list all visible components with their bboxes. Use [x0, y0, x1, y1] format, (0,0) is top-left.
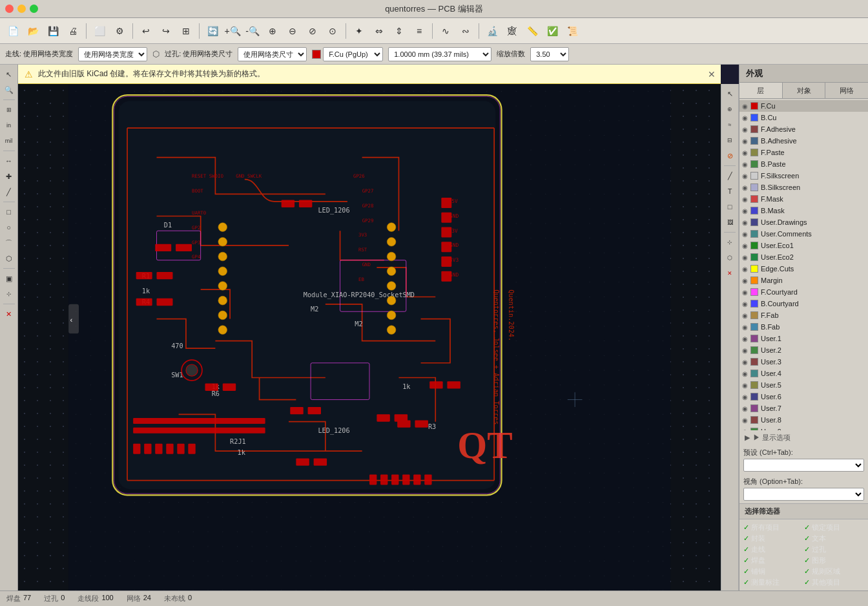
layer-item-user-drawings[interactable]: ◉ User.Drawings [739, 216, 868, 228]
preset-select[interactable] [743, 459, 864, 472]
layer-item-f-cu[interactable]: ◉ F.Cu [739, 100, 868, 112]
rt-delete[interactable]: ✕ [723, 266, 737, 280]
layer-item-user-4[interactable]: ◉ User.4 [739, 368, 868, 379]
rect-tool[interactable]: □ [2, 205, 16, 219]
layer-item-user-eco2[interactable]: ◉ User.Eco2 [739, 251, 868, 263]
mirror-button[interactable]: ⇔ [370, 22, 388, 40]
view-select[interactable] [743, 488, 864, 501]
track-select[interactable]: 使用网络类宽度 [78, 47, 147, 61]
via-tool[interactable]: mil [2, 134, 16, 148]
plot-button[interactable]: ⬜ [90, 22, 108, 40]
zoom-area-button[interactable]: ⊕ [264, 22, 282, 40]
layer-item-edge-cuts[interactable]: ◉ Edge.Cuts [739, 263, 868, 275]
undo-button[interactable]: ↩ [137, 22, 155, 40]
layer-item-user-3[interactable]: ◉ User.3 [739, 356, 868, 368]
add-component-tool[interactable]: ⊞ [2, 103, 16, 117]
layer-item-f-fab[interactable]: ◉ F.Fab [739, 309, 868, 321]
filter-item-1[interactable]: ✓ 锁定项目 [804, 522, 865, 533]
filter-item-9[interactable]: ✓ 规则区域 [804, 566, 865, 577]
flip-button[interactable]: ⇕ [390, 22, 408, 40]
layer-item-user-1[interactable]: ◉ User.1 [739, 333, 868, 344]
layer-item-user-comments[interactable]: ◉ User.Comments [739, 228, 868, 240]
layer-item-margin[interactable]: ◉ Margin [739, 275, 868, 286]
filter-item-4[interactable]: ✓ 走线 [743, 544, 804, 555]
select-tool[interactable]: ↖ [2, 67, 16, 81]
align-button[interactable]: ≡ [410, 22, 428, 40]
refresh-button[interactable]: 🔄 [203, 22, 222, 40]
filter-item-6[interactable]: ✓ 焊盘 [743, 555, 804, 566]
layer-item-f-courtyard[interactable]: ◉ F.Courtyard [739, 286, 868, 298]
rt-text[interactable]: T [723, 184, 737, 198]
poly-tool[interactable]: ⬡ [2, 251, 16, 266]
tab-layers[interactable]: 层 [739, 83, 783, 98]
inspector-button[interactable]: 🔬 [483, 22, 501, 40]
rt-line[interactable]: ╱ [723, 169, 737, 183]
layer-item-user-8[interactable]: ◉ User.8 [739, 414, 868, 426]
layer-item-b-silkscreen[interactable]: ◉ B.Silkscreen [739, 182, 868, 193]
close-button[interactable] [5, 5, 14, 13]
maximize-button[interactable] [30, 5, 38, 13]
arc-tool[interactable]: ⌒ [2, 236, 16, 250]
rt-hide[interactable]: ⊘ [723, 149, 737, 163]
zoom-out-button[interactable]: -🔍 [243, 22, 262, 40]
display-options-toggle[interactable]: ▶ ▶ 显示选项 [739, 430, 868, 445]
layer-item-user-9[interactable]: ◉ User.9 [739, 426, 868, 430]
rt-nethl[interactable]: ≈ [723, 118, 737, 132]
grid-tool[interactable]: ⊹ [2, 287, 16, 301]
layer-item-b-cu[interactable]: ◉ B.Cu [739, 112, 868, 123]
clearance-button[interactable]: 📏 [523, 22, 541, 40]
layer-dropdown[interactable]: F.Cu (PgUp) B.Cu (PgDn) [323, 47, 383, 61]
layer-item-user-6[interactable]: ◉ User.6 [739, 391, 868, 402]
filter-item-3[interactable]: ✓ 文本 [804, 533, 865, 544]
layer-item-f-adhesive[interactable]: ◉ F.Adhesive [739, 123, 868, 135]
width-select[interactable]: 1.0000 mm (39.37 mils) [388, 47, 491, 61]
layer-item-b-mask[interactable]: ◉ B.Mask [739, 205, 868, 216]
tab-objects[interactable]: 对象 [783, 83, 826, 98]
scripting-button[interactable]: 📜 [563, 22, 581, 40]
rt-3d[interactable]: ⬡ [723, 251, 737, 265]
pcb-canvas[interactable]: Module_XIAO-RP2040_SocketSMD M2 M2 D1 R1… [18, 84, 721, 590]
print-button[interactable]: 🖨 [64, 22, 82, 40]
layer-item-user-5[interactable]: ◉ User.5 [739, 379, 868, 391]
text-tool[interactable]: ✚ [2, 169, 16, 183]
rt-img[interactable]: 🖼 [723, 215, 737, 229]
zoom-prev-button[interactable]: ⊘ [304, 22, 322, 40]
net-inspect-button[interactable]: 🕸 [503, 22, 521, 40]
route-single-button[interactable]: ∿ [437, 22, 455, 40]
layer-item-user-2[interactable]: ◉ User.2 [739, 344, 868, 356]
layer-item-f-paste[interactable]: ◉ F.Paste [739, 147, 868, 158]
layer-item-f-mask[interactable]: ◉ F.Mask [739, 193, 868, 205]
rt-select[interactable]: ↖ [723, 87, 737, 101]
filter-item-8[interactable]: ✓ 铺铜 [743, 566, 804, 577]
layer-item-b-paste[interactable]: ◉ B.Paste [739, 158, 868, 170]
route-diff-button[interactable]: ∾ [457, 22, 475, 40]
filter-item-5[interactable]: ✓ 过孔 [804, 544, 865, 555]
drc-button[interactable]: ✅ [543, 22, 561, 40]
filter-item-2[interactable]: ✓ 封装 [743, 533, 804, 544]
open-button[interactable]: 📂 [24, 22, 42, 40]
layer-item-user-7[interactable]: ◉ User.7 [739, 402, 868, 414]
rt-rect[interactable]: □ [723, 200, 737, 214]
rt-zoom[interactable]: ⊕ [723, 102, 737, 116]
fill-tool[interactable]: ▣ [2, 271, 16, 286]
redo-button[interactable]: ↪ [157, 22, 175, 40]
route-tool[interactable]: in [2, 118, 16, 132]
via-select[interactable]: 使用网络类尺寸 [238, 47, 307, 61]
layer-item-f-silkscreen[interactable]: ◉ F.Silkscreen [739, 170, 868, 182]
measure-tool[interactable]: ↔ [2, 154, 16, 168]
zoom-center-button[interactable]: ⊖ [284, 22, 302, 40]
zoom-select[interactable]: 3.50 [530, 47, 569, 61]
rt-script[interactable]: ⊹ [723, 235, 737, 249]
minimize-button[interactable] [17, 5, 26, 13]
line-tool[interactable]: ╱ [2, 185, 16, 199]
warning-close-button[interactable]: ✕ [708, 69, 716, 79]
new-button[interactable]: 📄 [4, 22, 22, 40]
rt-layers[interactable]: ⊟ [723, 133, 737, 147]
layer-item-b-courtyard[interactable]: ◉ B.Courtyard [739, 298, 868, 309]
board-setup-button[interactable]: ⚙ [110, 22, 129, 40]
zoom-next-button[interactable]: ⊙ [324, 22, 342, 40]
delete-tool[interactable]: ✕ [2, 307, 16, 321]
filter-item-11[interactable]: ✓ 其他项目 [804, 577, 865, 588]
filter-item-0[interactable]: ✓ 所有项目 [743, 522, 804, 533]
layer-item-b-fab[interactable]: ◉ B.Fab [739, 321, 868, 333]
